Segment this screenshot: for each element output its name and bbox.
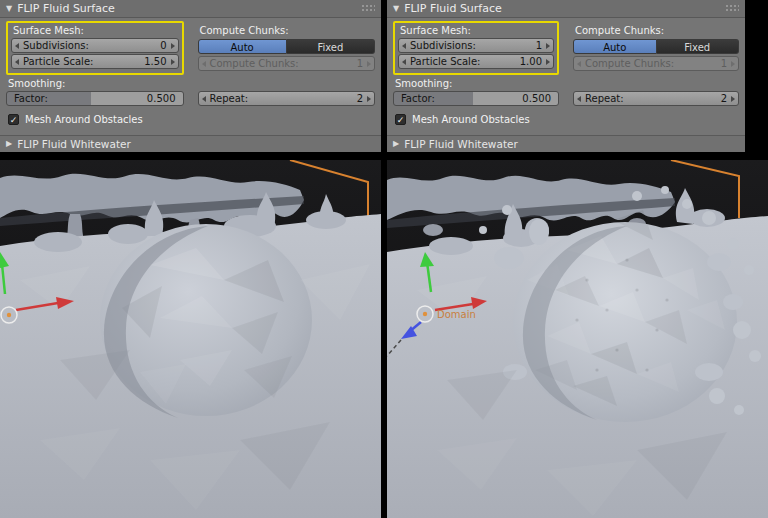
panel-header-left[interactable]: ▼ FLIP Fluid Surface [0,0,381,18]
stepper-increase-icon[interactable] [546,59,550,65]
factor-value: 0.500 [147,93,180,104]
right-column: ▼ FLIP Fluid Surface Surface Mesh: Subdi… [387,0,768,518]
flip-fluid-surface-panel-right: ▼ FLIP Fluid Surface Surface Mesh: Subdi… [387,0,745,156]
particle-scale-value: 1.00 [520,56,546,67]
whitewater-panel-header-right[interactable]: ▶ FLIP Fluid Whitewater [387,135,745,152]
panel-body-left: Surface Mesh: Subdivisions: 0 Particle S… [0,18,381,127]
smoothing-label: Smoothing: [393,77,739,90]
origin-dot [423,312,427,316]
mesh-around-obstacles-label: Mesh Around Obstacles [25,114,143,125]
yellow-highlight-box: Surface Mesh: Subdivisions: 0 Particle S… [6,21,184,75]
fixed-button[interactable]: Fixed [657,39,740,54]
stepper-increase-icon[interactable] [546,43,550,49]
expand-triangle-icon[interactable]: ▼ [6,5,12,13]
subdivisions-value: 0 [160,40,170,51]
factor-value: 0.500 [522,93,555,104]
stepper-increase-icon[interactable] [171,59,175,65]
whitewater-panel-title: FLIP Fluid Whitewater [17,138,131,150]
stepper-increase-icon [367,61,371,67]
stepper-increase-icon[interactable] [731,96,735,102]
auto-button[interactable]: Auto [198,39,287,54]
expand-triangle-icon[interactable]: ▼ [393,5,399,13]
flip-fluid-surface-panel-left: ▼ FLIP Fluid Surface Surface Mesh: Subdi… [0,0,381,156]
factor-slider[interactable]: Factor: 0.500 [393,91,559,106]
mesh-around-obstacles-label: Mesh Around Obstacles [412,114,530,125]
whitewater-panel-title: FLIP Fluid Whitewater [404,138,518,150]
collapsed-triangle-icon[interactable]: ▶ [6,140,12,148]
fixed-button[interactable]: Fixed [287,39,375,54]
subdivisions-label: Subdivisions: [19,40,160,51]
mesh-around-obstacles-checkbox[interactable]: ✓ [395,114,406,125]
collapsed-triangle-icon[interactable]: ▶ [393,140,399,148]
compute-chunks-field: Compute Chunks: 1 [198,56,376,71]
panel-title: FLIP Fluid Surface [17,2,115,15]
viewport-left-render [0,160,381,518]
compute-chunks-value: 1 [721,58,731,69]
whitewater-panel-header-left[interactable]: ▶ FLIP Fluid Whitewater [0,135,381,152]
repeat-field[interactable]: Repeat: 2 [198,91,376,106]
stepper-increase-icon[interactable] [367,96,371,102]
comparison-screenshot: ▼ FLIP Fluid Surface Surface Mesh: Subdi… [0,0,768,518]
panel-header-right[interactable]: ▼ FLIP Fluid Surface [387,0,745,18]
panel-drag-dots-icon[interactable] [725,4,739,13]
particle-scale-field[interactable]: Particle Scale: 1.00 [398,54,554,69]
compute-chunks-label: Compute Chunks: [573,24,739,37]
compute-chunks-field-label: Compute Chunks: [581,58,721,69]
panel-title: FLIP Fluid Surface [404,2,502,15]
repeat-value: 2 [357,93,367,104]
factor-slider[interactable]: Factor: 0.500 [6,91,184,106]
mesh-around-obstacles-row: ✓ Mesh Around Obstacles [8,112,375,127]
smoothing-label: Smoothing: [6,77,375,90]
panel-drag-dots-icon[interactable] [361,4,375,13]
compute-chunks-mode-toggle: Auto Fixed [573,38,739,55]
particle-scale-value: 1.50 [144,56,170,67]
mesh-around-obstacles-checkbox[interactable]: ✓ [8,114,19,125]
surface-mesh-label: Surface Mesh: [11,24,179,37]
compute-chunks-value: 1 [357,58,367,69]
particle-scale-label: Particle Scale: [406,56,520,67]
repeat-label: Repeat: [206,93,357,104]
panel-body-right: Surface Mesh: Subdivisions: 1 Particle S… [387,18,745,127]
compute-chunks-field: Compute Chunks: 1 [573,56,739,71]
compute-chunks-label: Compute Chunks: [198,24,376,37]
particle-scale-label: Particle Scale: [19,56,144,67]
repeat-value: 2 [721,93,731,104]
stepper-increase-icon[interactable] [171,43,175,49]
subdivisions-field[interactable]: Subdivisions: 0 [11,38,179,53]
viewport-3d-left[interactable] [0,160,381,518]
factor-label: Factor: [10,93,147,104]
compute-chunks-mode-toggle: Auto Fixed [198,38,376,55]
viewport-3d-right[interactable]: Domain [387,160,768,518]
left-column: ▼ FLIP Fluid Surface Surface Mesh: Subdi… [0,0,381,518]
compute-chunks-field-label: Compute Chunks: [206,58,357,69]
mesh-around-obstacles-row: ✓ Mesh Around Obstacles [395,112,739,127]
repeat-field[interactable]: Repeat: 2 [573,91,739,106]
stepper-increase-icon [731,61,735,67]
surface-mesh-label: Surface Mesh: [398,24,554,37]
auto-button[interactable]: Auto [573,39,657,54]
particle-scale-field[interactable]: Particle Scale: 1.50 [11,54,179,69]
subdivisions-value: 1 [536,40,546,51]
origin-dot [7,313,11,317]
viewport-right-render: Domain [387,160,768,518]
subdivisions-label: Subdivisions: [406,40,536,51]
factor-label: Factor: [397,93,522,104]
yellow-highlight-box: Surface Mesh: Subdivisions: 1 Particle S… [393,21,559,75]
domain-label: Domain [437,309,476,320]
subdivisions-field[interactable]: Subdivisions: 1 [398,38,554,53]
repeat-label: Repeat: [581,93,721,104]
